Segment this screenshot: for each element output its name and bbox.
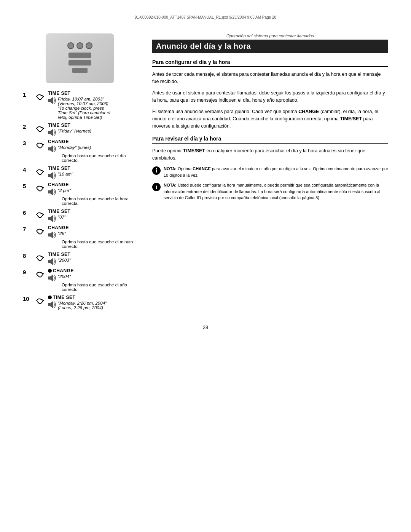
- svg-marker-3: [50, 129, 53, 136]
- step-label-block-4: TIME SET "10 am": [48, 166, 73, 179]
- svg-rect-2: [48, 131, 50, 134]
- note-text-1: NOTA: Oprima CHANGE para avanzar el minu…: [164, 166, 388, 178]
- body-text-3: El sistema usa anuncios verbales para gu…: [152, 108, 388, 130]
- step-icon-7: [33, 225, 46, 237]
- step-label-3: CHANGE: [48, 139, 69, 144]
- step-num-7: 7: [23, 226, 33, 232]
- step-label-1: TIME SET: [48, 91, 70, 96]
- step-audio-text-4: "10 am": [58, 172, 73, 176]
- step-audio-text-1: Friday, 10:07 am, 2003"(Viernes, 10:07 a…: [58, 97, 110, 120]
- step-num-2: 2: [23, 123, 33, 130]
- svg-marker-15: [50, 258, 53, 265]
- speaker-icon-3: [48, 145, 56, 152]
- svg-rect-18: [48, 303, 50, 306]
- svg-rect-8: [48, 190, 50, 193]
- step-audio-9: "2004": [48, 274, 137, 281]
- step-audio-6: "07": [48, 215, 70, 222]
- device-image: [46, 34, 114, 83]
- speaker-icon-2: [48, 129, 56, 136]
- step-num-6: 6: [23, 209, 33, 216]
- step-label-block-5: CHANGE "2 pm"Oprima hasta que escuche la…: [48, 182, 137, 206]
- svg-rect-10: [48, 217, 50, 220]
- body-text-2: Antes de usar el sistema para contestar …: [152, 89, 388, 104]
- step-num-5: 5: [23, 183, 33, 189]
- step-audio-text-10: "Monday, 2:26 pm, 2004"(Lunes, 2:26 pm, …: [58, 301, 107, 310]
- op-header: Operación del sistema para contestar lla…: [152, 34, 388, 38]
- step-audio-7: "26": [48, 231, 137, 238]
- step-note-9: Oprima hasta que escuche el año correcto…: [62, 283, 137, 292]
- step-label-8: TIME SET: [48, 252, 70, 257]
- step-icon-3: [33, 139, 46, 151]
- step-audio-2: "Friday" (viernes): [48, 129, 91, 136]
- step-icon-1: [33, 91, 46, 103]
- speaker-icon-1: [48, 97, 56, 104]
- step-audio-text-8: "2003": [58, 258, 71, 262]
- body-text-4: Puede oprimir TIME/SET en cualquier mome…: [152, 147, 388, 162]
- step-audio-4: "10 am": [48, 172, 73, 179]
- step-label-block-6: TIME SET "07": [48, 209, 70, 222]
- note-block-2: i NOTA: Usted puede configurar la hora m…: [152, 182, 388, 201]
- subsection2-title: Para revisar el día y la hora: [152, 136, 388, 144]
- subsection1-title: Para configurar el día y la hora: [152, 59, 388, 67]
- step-label-7: CHANGE: [48, 225, 69, 230]
- step-5: 5 CHANGE "2 pm"Oprima hasta que escuche …: [23, 182, 137, 206]
- step-icon-5: [33, 182, 46, 194]
- speaker-icon-10: [48, 301, 56, 308]
- left-column: 1 TIME SET Friday, 10:07 am, 2003"(Viern…: [23, 34, 137, 313]
- step-num-8: 8: [23, 252, 33, 259]
- step-label-4: TIME SET: [48, 166, 70, 171]
- step-label-block-1: TIME SET Friday, 10:07 am, 2003"(Viernes…: [48, 91, 110, 120]
- step-10: 10 TIME SET "Monday, 2:26 pm, 2004"(Lune…: [23, 295, 137, 310]
- step-label-6: TIME SET: [48, 209, 70, 214]
- step-label-block-2: TIME SET "Friday" (viernes): [48, 123, 91, 136]
- step-icon-2: [33, 123, 46, 135]
- svg-rect-0: [48, 99, 50, 102]
- step-8: 8 TIME SET "2003": [23, 252, 137, 265]
- step-icon-9: [33, 268, 46, 280]
- svg-marker-7: [50, 172, 53, 179]
- step-num-9: 9: [23, 269, 33, 275]
- svg-rect-12: [48, 233, 50, 236]
- svg-marker-11: [50, 215, 53, 222]
- step-audio-text-9: "2004": [58, 274, 71, 279]
- svg-rect-6: [48, 174, 50, 177]
- step-audio-1: Friday, 10:07 am, 2003"(Viernes, 10:07 a…: [48, 97, 110, 120]
- note-icon-2: i: [152, 183, 161, 191]
- note-icon-1: i: [152, 166, 161, 175]
- step-audio-8: "2003": [48, 258, 71, 265]
- step-label-block-3: CHANGE "Monday" (lunes)Oprima hasta que …: [48, 139, 137, 163]
- step-icon-6: [33, 209, 46, 221]
- svg-marker-1: [50, 97, 53, 104]
- step-note-3: Oprima hasta que escuche el día correcto…: [62, 153, 137, 163]
- step-label-block-7: CHANGE "26"Oprima hasta que escuche el m…: [48, 225, 137, 249]
- step-label-block-9: CHANGE "2004"Oprima hasta que escuche el…: [48, 268, 137, 292]
- step-icon-4: [33, 166, 46, 178]
- step-audio-3: "Monday" (lunes): [48, 145, 137, 152]
- step-num-1: 1: [23, 91, 33, 98]
- note-block-1: i NOTA: Oprima CHANGE para avanzar el mi…: [152, 166, 388, 178]
- speaker-icon-4: [48, 172, 56, 179]
- svg-marker-19: [50, 301, 53, 308]
- step-label-9: CHANGE: [53, 268, 74, 273]
- page-number: 28: [23, 324, 388, 330]
- speaker-icon-8: [48, 258, 56, 265]
- svg-marker-17: [50, 275, 53, 281]
- step-7: 7 CHANGE "26"Oprima hasta que escuche el…: [23, 225, 137, 249]
- step-label-5: CHANGE: [48, 182, 69, 187]
- speaker-icon-6: [48, 215, 56, 222]
- black-dot-10: [48, 296, 52, 299]
- steps-container: 1 TIME SET Friday, 10:07 am, 2003"(Viern…: [23, 91, 137, 310]
- step-audio-10: "Monday, 2:26 pm, 2004"(Lunes, 2:26 pm, …: [48, 301, 107, 310]
- svg-rect-4: [48, 147, 50, 150]
- step-3: 3 CHANGE "Monday" (lunes)Oprima hasta qu…: [23, 139, 137, 163]
- step-1: 1 TIME SET Friday, 10:07 am, 2003"(Viern…: [23, 91, 137, 120]
- step-icon-10: [33, 295, 46, 307]
- step-audio-5: "2 pm": [48, 188, 137, 195]
- black-dot-9: [48, 269, 52, 273]
- step-label-10: TIME SET: [53, 295, 75, 300]
- body-text-1: Antes de tocar cada mensaje, el sistema …: [152, 71, 388, 86]
- step-icon-8: [33, 252, 46, 264]
- step-label-block-10: TIME SET "Monday, 2:26 pm, 2004"(Lunes, …: [48, 295, 107, 310]
- section-title: Anuncio del día y la hora: [152, 40, 388, 53]
- step-label-block-8: TIME SET "2003": [48, 252, 71, 265]
